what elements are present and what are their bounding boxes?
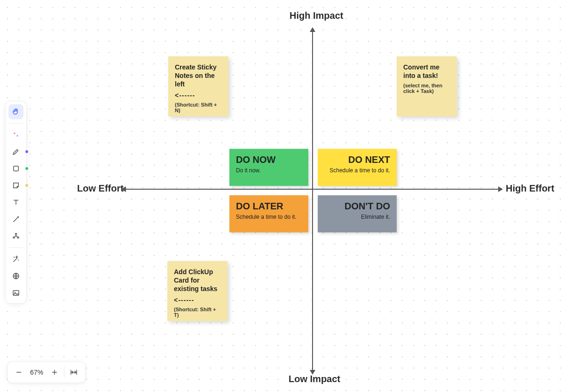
zoom-separator <box>64 367 64 378</box>
zoom-out-button[interactable] <box>10 364 27 381</box>
arrow-left-icon <box>121 186 126 192</box>
quadrant-do-next[interactable]: DO NEXT Schedule a time to do it. <box>318 149 397 186</box>
magic-wand-icon <box>12 255 20 263</box>
zoom-fit-button[interactable] <box>65 364 82 381</box>
ai-sparkle-icon <box>12 131 20 139</box>
quadrant-subtitle: Do it now. <box>236 167 302 174</box>
arrow-right-icon <box>498 186 503 192</box>
text-icon <box>12 198 20 207</box>
connector-icon <box>12 215 20 223</box>
tool-sticky[interactable] <box>8 178 24 193</box>
shape-color-dot <box>25 167 28 170</box>
axis-label-top: High Impact <box>290 10 343 21</box>
plus-icon <box>50 368 59 377</box>
quadrant-dont-do[interactable]: DON'T DO Eliminate it. <box>318 195 397 232</box>
quadrant-title: DON'T DO <box>324 201 390 212</box>
tool-shape[interactable] <box>8 161 24 176</box>
tool-image[interactable] <box>8 285 24 300</box>
tool-mindmap[interactable] <box>8 229 24 244</box>
axis-label-right: High Effort <box>506 183 554 194</box>
mindmap-icon <box>12 232 20 240</box>
hand-icon <box>12 108 20 116</box>
zoom-controls: 67% <box>8 362 85 383</box>
sticky-title: Create Sticky Notes on the left <box>175 63 222 89</box>
zoom-value[interactable]: 67% <box>27 369 46 376</box>
quadrant-title: DO NOW <box>236 154 302 165</box>
minus-icon <box>15 368 23 377</box>
axis-label-bottom: Low Impact <box>289 374 340 384</box>
quadrant-subtitle: Schedule a time to do it. <box>324 167 390 174</box>
tool-ai[interactable] <box>8 127 24 142</box>
fit-width-icon <box>69 368 78 377</box>
quadrant-title: DO LATER <box>236 201 302 212</box>
arrow-down-icon <box>310 370 315 375</box>
whiteboard-canvas[interactable]: High Impact Low Impact Low Effort High E… <box>0 0 564 392</box>
sticky-arrow-text: <------ <box>175 92 222 99</box>
pen-icon <box>12 147 20 156</box>
quadrant-do-now[interactable]: DO NOW Do it now. <box>229 149 308 186</box>
sticky-color-dot <box>25 184 28 187</box>
sticky-shortcut: (Shortcut: Shift + N) <box>175 102 222 113</box>
sticky-shortcut: (Shortcut: Shift + T) <box>174 307 221 318</box>
shape-icon <box>12 164 20 173</box>
sticky-convert-task[interactable]: Convert me into a task! (select me, then… <box>397 56 457 116</box>
axis-horizontal <box>125 189 499 190</box>
globe-icon <box>12 272 20 280</box>
sticky-subtitle: (select me, then click + Task) <box>403 83 450 94</box>
pen-color-dot <box>25 150 28 153</box>
sticky-title: Add ClickUp Card for existing tasks <box>174 268 221 293</box>
quadrant-subtitle: Schedule a time to do it. <box>236 214 302 220</box>
quadrant-subtitle: Eliminate it. <box>324 214 390 220</box>
tool-pen[interactable] <box>8 144 24 159</box>
toolbar-separator <box>9 123 23 123</box>
tool-text[interactable] <box>8 195 24 210</box>
svg-point-1 <box>16 233 17 235</box>
arrow-up-icon <box>310 27 315 32</box>
axis-label-left: Low Effort <box>77 183 124 194</box>
quadrant-title: DO NEXT <box>324 154 390 165</box>
image-icon <box>12 289 20 297</box>
tool-connector[interactable] <box>8 212 24 227</box>
toolbar-separator <box>9 247 23 248</box>
tool-toolbar <box>6 101 26 303</box>
quadrant-do-later[interactable]: DO LATER Schedule a time to do it. <box>229 195 308 232</box>
sticky-note-icon <box>12 181 20 190</box>
zoom-in-button[interactable] <box>46 364 63 381</box>
tool-generate[interactable] <box>8 252 24 267</box>
axis-vertical <box>312 31 313 371</box>
tool-web[interactable] <box>8 269 24 284</box>
sticky-create-notes[interactable]: Create Sticky Notes on the left <------ … <box>168 56 228 116</box>
tool-hand[interactable] <box>8 104 24 119</box>
svg-rect-0 <box>14 166 19 171</box>
sticky-arrow-text: <------ <box>174 296 221 304</box>
sticky-title: Convert me into a task! <box>403 63 450 80</box>
sticky-add-card[interactable]: Add ClickUp Card for existing tasks <---… <box>167 261 227 321</box>
